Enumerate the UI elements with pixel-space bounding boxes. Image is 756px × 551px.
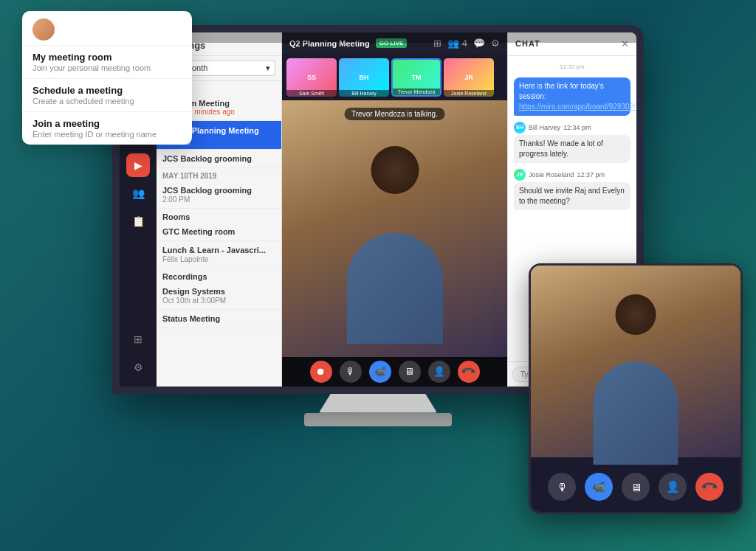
participant-thumb-active[interactable]: TM Trevor Mendoza: [391, 58, 441, 97]
chat-timestamp: 12:32 pm: [514, 63, 630, 70]
sender-info: JR Josie Roseland 12:37 pm: [514, 169, 630, 181]
my-meeting-room-item[interactable]: My meeting room Join your personal meeti…: [22, 45, 192, 78]
sidebar-directory-icon[interactable]: 📋: [126, 209, 150, 233]
participant-name-p1: SS: [307, 74, 316, 81]
room-sub: Félix Lapointe: [162, 255, 275, 263]
dropdown-avatar-row: [22, 11, 192, 45]
talking-indicator: Trevor Mendoza is talking.: [344, 108, 445, 120]
join-meeting-title: Join a meeting: [32, 118, 182, 129]
schedule-meeting-sub: Create a scheduled meeting: [32, 97, 182, 105]
participant-initials-p3: TM: [412, 74, 422, 81]
tablet-video: [531, 266, 740, 457]
participant-thumb[interactable]: SS Sam Smith: [286, 58, 337, 97]
camera-button[interactable]: 📹: [369, 361, 391, 383]
chat-bubble: Here is the link for today's session: ht…: [514, 77, 630, 116]
participant-initials-p2: BH: [360, 74, 369, 81]
tab-add-button[interactable]: 👤: [659, 473, 687, 501]
sender-name: Bill Harvey: [529, 124, 560, 131]
video-controls: ⏺ 🎙 📹 🖥 👤 📞: [282, 357, 507, 387]
chevron-down-icon: ▾: [266, 63, 270, 73]
monitor-stand: [304, 413, 452, 426]
recordings-label: Recordings: [157, 268, 281, 283]
participant-initials-p4: JR: [464, 74, 473, 81]
list-item[interactable]: Status Meeting: [157, 310, 281, 328]
dropdown-menu: My meeting room Join your personal meeti…: [22, 11, 192, 145]
recording-sub: Oct 10th at 3:00PM: [162, 297, 275, 305]
message-time: 12:37 pm: [577, 171, 605, 179]
screen-share-button[interactable]: 🖥: [399, 361, 421, 383]
my-meeting-room-sub: Join your personal meeting room: [32, 63, 182, 72]
participant-thumb[interactable]: JR Josie Roseland: [444, 58, 494, 97]
user-avatar: [32, 18, 55, 41]
recording-title: Status Meeting: [162, 314, 275, 323]
recording-title: Design Systems: [162, 287, 275, 296]
participant-label-p2: Bill Harvey: [339, 90, 389, 97]
participant-label-p3: Trevor Mendoza: [393, 89, 440, 95]
room-title: GTC Meeting room: [162, 227, 275, 236]
sidebar-grid-icon[interactable]: ⊞: [126, 328, 150, 351]
tablet-controls: 🎙 📹 🖥 👤 📞: [531, 457, 740, 514]
record-button[interactable]: ⏺: [310, 361, 332, 383]
chat-bubble-plain: Should we invite Raj and Evelyn to the m…: [514, 182, 630, 210]
chat-bubble-plain: Thanks! We made a lot of progress lately…: [514, 135, 630, 163]
video-main-area: Trevor Mendoza is talking.: [282, 100, 507, 357]
mute-button[interactable]: 🎙: [340, 361, 362, 383]
sidebar-contacts-icon[interactable]: 👥: [126, 181, 150, 205]
message-time: 12:34 pm: [563, 124, 591, 131]
tab-camera-button[interactable]: 📹: [585, 473, 613, 501]
list-item[interactable]: GTC Meeting room: [157, 223, 281, 241]
participant-thumb[interactable]: BH Bill Harvey: [339, 58, 389, 97]
sender-info: BH Bill Harvey 12:34 pm: [514, 122, 630, 134]
sender-avatar-bh: BH: [514, 122, 526, 134]
join-meeting-item[interactable]: Join a meeting Enter meeting ID or meeti…: [22, 111, 192, 145]
chat-message: BH Bill Harvey 12:34 pm Thanks! We made …: [514, 122, 630, 163]
participant-label-p1: Sam Smith: [286, 90, 337, 97]
meeting-title: JCS Backlog grooming: [162, 186, 275, 195]
sender-avatar-jr: JR: [514, 169, 526, 181]
chat-link[interactable]: https://miro.com/app/board/929302/: [519, 103, 636, 111]
monitor-base: [319, 394, 437, 413]
date-section-label: May 10th 2019: [157, 168, 281, 181]
chat-message: JR Josie Roseland 12:37 pm Should we inv…: [514, 169, 630, 210]
my-meeting-room-title: My meeting room: [32, 52, 182, 63]
participant-label-p4: Josie Roseland: [444, 90, 494, 97]
meeting-title: JCS Backlog grooming: [162, 154, 275, 163]
main-speaker-video: [282, 100, 507, 357]
add-participant-button[interactable]: 👤: [428, 361, 450, 383]
tab-end-call-button[interactable]: 📞: [690, 467, 729, 507]
participant-strip: SS Sam Smith BH Bill Harvey TM: [282, 55, 507, 100]
schedule-meeting-item[interactable]: Schedule a meeting Create a scheduled me…: [22, 78, 192, 111]
schedule-meeting-title: Schedule a meeting: [32, 85, 182, 96]
rooms-label: Rooms: [157, 209, 281, 223]
main-video-area: Q2 Planning Meeting GO LIVE ⊞ 👥 4 💬 ⚙ SS: [282, 32, 507, 387]
end-call-button[interactable]: 📞: [453, 356, 484, 386]
traffic-lights: [120, 31, 636, 43]
list-item[interactable]: Lunch & Learn - Javascri... Félix Lapoin…: [157, 241, 281, 268]
list-item[interactable]: Design Systems Oct 10th at 3:00PM: [157, 283, 281, 310]
tab-mute-button[interactable]: 🎙: [548, 473, 576, 501]
tab-screen-button[interactable]: 🖥: [622, 473, 650, 501]
sidebar-video-icon[interactable]: ▶: [126, 153, 150, 177]
chat-message: Here is the link for today's session: ht…: [514, 77, 630, 116]
tablet-window: 🎙 📹 🖥 👤 📞: [529, 263, 743, 514]
room-title: Lunch & Learn - Javascri...: [162, 246, 275, 254]
sidebar-settings-icon[interactable]: ⚙: [126, 356, 150, 379]
join-meeting-sub: Enter meeting ID or meeting name: [32, 130, 182, 139]
list-item[interactable]: JCS Backlog grooming: [157, 150, 281, 168]
sender-name: Josie Roseland: [529, 171, 574, 179]
meeting-sub: 2:00 PM: [162, 195, 275, 204]
list-item[interactable]: JCS Backlog grooming 2:00 PM: [157, 181, 281, 209]
